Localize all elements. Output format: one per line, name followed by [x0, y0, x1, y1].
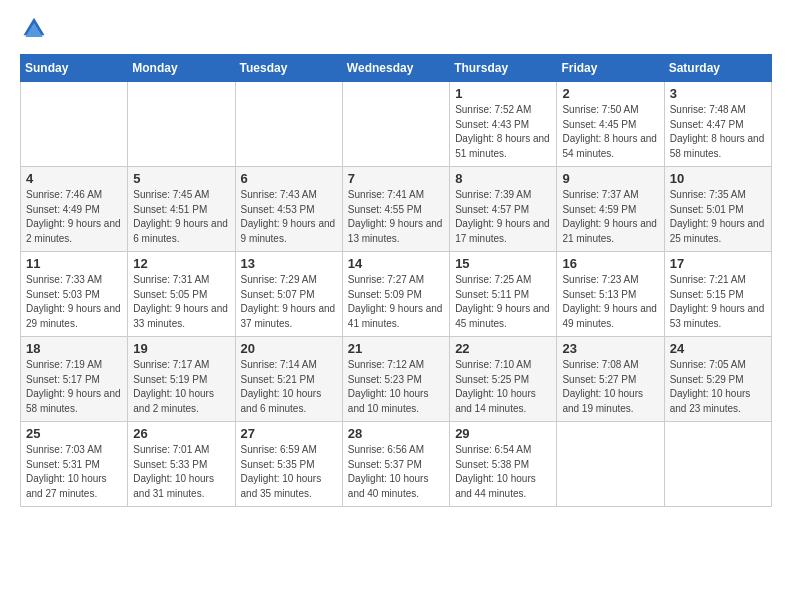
day-info: Sunrise: 7:23 AM Sunset: 5:13 PM Dayligh… — [562, 273, 658, 331]
day-info: Sunrise: 7:27 AM Sunset: 5:09 PM Dayligh… — [348, 273, 444, 331]
header-cell-friday: Friday — [557, 55, 664, 82]
day-info: Sunrise: 7:37 AM Sunset: 4:59 PM Dayligh… — [562, 188, 658, 246]
calendar-cell: 26Sunrise: 7:01 AM Sunset: 5:33 PM Dayli… — [128, 422, 235, 507]
calendar-cell: 21Sunrise: 7:12 AM Sunset: 5:23 PM Dayli… — [342, 337, 449, 422]
calendar-cell: 22Sunrise: 7:10 AM Sunset: 5:25 PM Dayli… — [450, 337, 557, 422]
day-number: 28 — [348, 426, 444, 441]
day-info: Sunrise: 7:39 AM Sunset: 4:57 PM Dayligh… — [455, 188, 551, 246]
day-number: 9 — [562, 171, 658, 186]
day-info: Sunrise: 7:25 AM Sunset: 5:11 PM Dayligh… — [455, 273, 551, 331]
day-number: 5 — [133, 171, 229, 186]
calendar-cell — [235, 82, 342, 167]
calendar-week-1: 1Sunrise: 7:52 AM Sunset: 4:43 PM Daylig… — [21, 82, 772, 167]
calendar-header: SundayMondayTuesdayWednesdayThursdayFrid… — [21, 55, 772, 82]
calendar-cell: 16Sunrise: 7:23 AM Sunset: 5:13 PM Dayli… — [557, 252, 664, 337]
calendar-cell: 13Sunrise: 7:29 AM Sunset: 5:07 PM Dayli… — [235, 252, 342, 337]
calendar-cell: 10Sunrise: 7:35 AM Sunset: 5:01 PM Dayli… — [664, 167, 771, 252]
day-info: Sunrise: 7:10 AM Sunset: 5:25 PM Dayligh… — [455, 358, 551, 416]
day-number: 12 — [133, 256, 229, 271]
calendar-cell: 27Sunrise: 6:59 AM Sunset: 5:35 PM Dayli… — [235, 422, 342, 507]
day-info: Sunrise: 7:17 AM Sunset: 5:19 PM Dayligh… — [133, 358, 229, 416]
calendar-cell: 5Sunrise: 7:45 AM Sunset: 4:51 PM Daylig… — [128, 167, 235, 252]
calendar-cell: 7Sunrise: 7:41 AM Sunset: 4:55 PM Daylig… — [342, 167, 449, 252]
page-header — [20, 16, 772, 44]
day-info: Sunrise: 6:59 AM Sunset: 5:35 PM Dayligh… — [241, 443, 337, 501]
day-number: 16 — [562, 256, 658, 271]
day-info: Sunrise: 7:03 AM Sunset: 5:31 PM Dayligh… — [26, 443, 122, 501]
calendar-cell — [557, 422, 664, 507]
day-info: Sunrise: 7:21 AM Sunset: 5:15 PM Dayligh… — [670, 273, 766, 331]
calendar-cell: 17Sunrise: 7:21 AM Sunset: 5:15 PM Dayli… — [664, 252, 771, 337]
day-info: Sunrise: 7:48 AM Sunset: 4:47 PM Dayligh… — [670, 103, 766, 161]
day-number: 13 — [241, 256, 337, 271]
day-number: 24 — [670, 341, 766, 356]
calendar-cell — [342, 82, 449, 167]
day-info: Sunrise: 7:19 AM Sunset: 5:17 PM Dayligh… — [26, 358, 122, 416]
day-number: 25 — [26, 426, 122, 441]
day-number: 27 — [241, 426, 337, 441]
calendar-cell: 23Sunrise: 7:08 AM Sunset: 5:27 PM Dayli… — [557, 337, 664, 422]
calendar-cell: 29Sunrise: 6:54 AM Sunset: 5:38 PM Dayli… — [450, 422, 557, 507]
calendar-cell: 20Sunrise: 7:14 AM Sunset: 5:21 PM Dayli… — [235, 337, 342, 422]
header-cell-tuesday: Tuesday — [235, 55, 342, 82]
day-info: Sunrise: 7:05 AM Sunset: 5:29 PM Dayligh… — [670, 358, 766, 416]
day-info: Sunrise: 7:12 AM Sunset: 5:23 PM Dayligh… — [348, 358, 444, 416]
calendar-body: 1Sunrise: 7:52 AM Sunset: 4:43 PM Daylig… — [21, 82, 772, 507]
day-info: Sunrise: 7:33 AM Sunset: 5:03 PM Dayligh… — [26, 273, 122, 331]
calendar-week-3: 11Sunrise: 7:33 AM Sunset: 5:03 PM Dayli… — [21, 252, 772, 337]
header-cell-saturday: Saturday — [664, 55, 771, 82]
day-info: Sunrise: 7:01 AM Sunset: 5:33 PM Dayligh… — [133, 443, 229, 501]
day-info: Sunrise: 7:52 AM Sunset: 4:43 PM Dayligh… — [455, 103, 551, 161]
day-number: 10 — [670, 171, 766, 186]
day-info: Sunrise: 7:31 AM Sunset: 5:05 PM Dayligh… — [133, 273, 229, 331]
day-info: Sunrise: 7:46 AM Sunset: 4:49 PM Dayligh… — [26, 188, 122, 246]
calendar-week-5: 25Sunrise: 7:03 AM Sunset: 5:31 PM Dayli… — [21, 422, 772, 507]
calendar-cell: 8Sunrise: 7:39 AM Sunset: 4:57 PM Daylig… — [450, 167, 557, 252]
header-row: SundayMondayTuesdayWednesdayThursdayFrid… — [21, 55, 772, 82]
day-number: 4 — [26, 171, 122, 186]
calendar-cell: 4Sunrise: 7:46 AM Sunset: 4:49 PM Daylig… — [21, 167, 128, 252]
header-cell-sunday: Sunday — [21, 55, 128, 82]
calendar-cell — [21, 82, 128, 167]
day-number: 22 — [455, 341, 551, 356]
day-number: 19 — [133, 341, 229, 356]
day-number: 18 — [26, 341, 122, 356]
logo — [20, 16, 52, 44]
day-number: 6 — [241, 171, 337, 186]
calendar-cell: 15Sunrise: 7:25 AM Sunset: 5:11 PM Dayli… — [450, 252, 557, 337]
calendar-cell: 2Sunrise: 7:50 AM Sunset: 4:45 PM Daylig… — [557, 82, 664, 167]
calendar-cell: 19Sunrise: 7:17 AM Sunset: 5:19 PM Dayli… — [128, 337, 235, 422]
calendar-table: SundayMondayTuesdayWednesdayThursdayFrid… — [20, 54, 772, 507]
day-number: 14 — [348, 256, 444, 271]
calendar-cell: 24Sunrise: 7:05 AM Sunset: 5:29 PM Dayli… — [664, 337, 771, 422]
calendar-cell: 11Sunrise: 7:33 AM Sunset: 5:03 PM Dayli… — [21, 252, 128, 337]
day-info: Sunrise: 7:50 AM Sunset: 4:45 PM Dayligh… — [562, 103, 658, 161]
day-number: 3 — [670, 86, 766, 101]
calendar-week-2: 4Sunrise: 7:46 AM Sunset: 4:49 PM Daylig… — [21, 167, 772, 252]
day-number: 21 — [348, 341, 444, 356]
day-info: Sunrise: 7:41 AM Sunset: 4:55 PM Dayligh… — [348, 188, 444, 246]
header-cell-thursday: Thursday — [450, 55, 557, 82]
calendar-cell: 12Sunrise: 7:31 AM Sunset: 5:05 PM Dayli… — [128, 252, 235, 337]
calendar-cell: 3Sunrise: 7:48 AM Sunset: 4:47 PM Daylig… — [664, 82, 771, 167]
day-number: 17 — [670, 256, 766, 271]
calendar-cell — [128, 82, 235, 167]
calendar-cell: 28Sunrise: 6:56 AM Sunset: 5:37 PM Dayli… — [342, 422, 449, 507]
day-info: Sunrise: 7:08 AM Sunset: 5:27 PM Dayligh… — [562, 358, 658, 416]
day-info: Sunrise: 7:35 AM Sunset: 5:01 PM Dayligh… — [670, 188, 766, 246]
calendar-week-4: 18Sunrise: 7:19 AM Sunset: 5:17 PM Dayli… — [21, 337, 772, 422]
day-info: Sunrise: 7:45 AM Sunset: 4:51 PM Dayligh… — [133, 188, 229, 246]
calendar-cell: 25Sunrise: 7:03 AM Sunset: 5:31 PM Dayli… — [21, 422, 128, 507]
calendar-cell: 6Sunrise: 7:43 AM Sunset: 4:53 PM Daylig… — [235, 167, 342, 252]
day-number: 2 — [562, 86, 658, 101]
day-number: 1 — [455, 86, 551, 101]
header-cell-monday: Monday — [128, 55, 235, 82]
day-number: 15 — [455, 256, 551, 271]
day-info: Sunrise: 6:56 AM Sunset: 5:37 PM Dayligh… — [348, 443, 444, 501]
day-info: Sunrise: 6:54 AM Sunset: 5:38 PM Dayligh… — [455, 443, 551, 501]
calendar-cell — [664, 422, 771, 507]
calendar-cell: 1Sunrise: 7:52 AM Sunset: 4:43 PM Daylig… — [450, 82, 557, 167]
calendar-cell: 9Sunrise: 7:37 AM Sunset: 4:59 PM Daylig… — [557, 167, 664, 252]
day-number: 8 — [455, 171, 551, 186]
logo-icon — [20, 16, 48, 44]
